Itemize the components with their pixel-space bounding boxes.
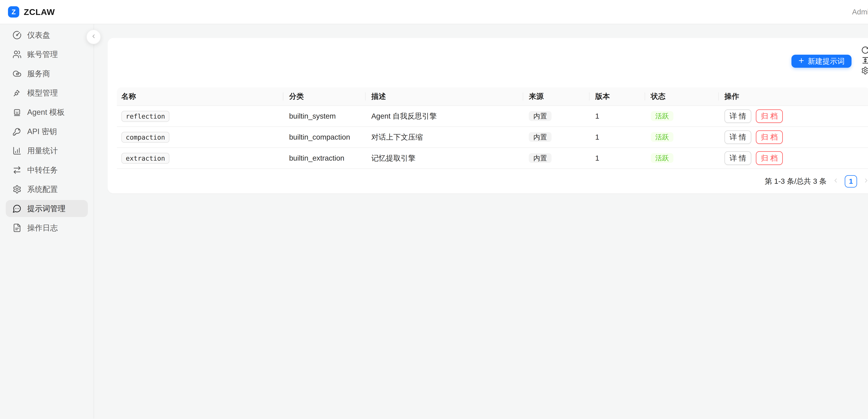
sidebar-item-label: 中转任务 xyxy=(27,165,58,175)
column-header-status: 状态 xyxy=(645,87,719,106)
column-height-button[interactable] xyxy=(861,56,868,66)
pagination-summary: 第 1-3 条/总共 3 条 xyxy=(765,176,827,186)
detail-button[interactable]: 详 情 xyxy=(724,110,751,123)
pagination-next-button[interactable] xyxy=(863,177,868,186)
gauge-icon xyxy=(12,31,22,39)
bar-chart-icon xyxy=(12,146,22,155)
detail-button[interactable]: 详 情 xyxy=(724,151,751,165)
sidebar-item-prompt-management[interactable]: 提示词管理 xyxy=(6,200,88,217)
column-header-category: 分类 xyxy=(283,87,366,106)
sidebar-item-system-config[interactable]: 系统配置 xyxy=(6,181,88,198)
cell-name: compaction xyxy=(117,127,283,148)
plus-icon xyxy=(798,57,804,65)
sidebar-item-models[interactable]: 模型管理 xyxy=(6,84,88,101)
sidebar-item-label: 服务商 xyxy=(27,68,50,79)
prompts-table: 名称分类描述来源版本状态操作 reflectionbuiltin_systemA… xyxy=(117,87,868,169)
sidebar-collapse-button[interactable] xyxy=(86,30,101,44)
status-badge: 活跃 xyxy=(651,153,674,163)
users-icon xyxy=(12,50,22,59)
archive-button[interactable]: 归 档 xyxy=(756,151,783,165)
sidebar-item-label: 提示词管理 xyxy=(27,204,65,214)
sidebar-item-operation-logs[interactable]: 操作日志 xyxy=(6,219,88,236)
status-badge: 活跃 xyxy=(651,132,674,142)
cell-name: reflection xyxy=(117,106,283,127)
sidebar: 仪表盘账号管理服务商模型管理Agent 模板API 密钥用量统计中转任务系统配置… xyxy=(0,24,94,418)
cell-actions: 详 情归 档 xyxy=(719,106,868,127)
chevron-left-icon xyxy=(832,177,839,186)
message-dots-icon xyxy=(12,204,22,213)
cell-description: 记忆提取引擎 xyxy=(366,148,523,169)
column-header-source: 来源 xyxy=(523,87,590,106)
key-icon xyxy=(12,127,22,136)
brand-logo-icon: Z xyxy=(8,6,19,18)
sidebar-item-label: 系统配置 xyxy=(27,184,58,194)
toolbar-icon-group xyxy=(851,46,868,77)
cell-version: 1 xyxy=(590,106,645,127)
app-shell: 仪表盘账号管理服务商模型管理Agent 模板API 密钥用量统计中转任务系统配置… xyxy=(0,24,868,418)
main-content: 新建提示词 名称分类描述来源版本状态操作 reflectionbuiltin_s… xyxy=(94,24,868,418)
new-prompt-button-label: 新建提示词 xyxy=(808,56,844,66)
source-tag: 内置 xyxy=(529,132,552,142)
swap-icon xyxy=(12,166,22,175)
archive-button[interactable]: 归 档 xyxy=(756,130,783,144)
table-card: 新建提示词 名称分类描述来源版本状态操作 reflectionbuiltin_s… xyxy=(107,38,868,193)
brand-name: ZCLAW xyxy=(24,7,55,17)
sidebar-item-label: 操作日志 xyxy=(27,223,58,233)
sidebar-item-label: 模型管理 xyxy=(27,88,58,98)
sidebar-item-api-keys[interactable]: API 密钥 xyxy=(6,123,88,140)
chevron-right-icon xyxy=(863,177,868,186)
prompt-name-tag: extraction xyxy=(121,153,169,164)
detail-button[interactable]: 详 情 xyxy=(724,130,751,144)
file-text-icon xyxy=(12,223,22,232)
table-toolbar: 新建提示词 xyxy=(117,46,868,77)
pagination-page-1[interactable]: 1 xyxy=(845,175,857,187)
column-height-icon xyxy=(861,56,868,66)
table-header-row: 名称分类描述来源版本状态操作 xyxy=(117,87,868,106)
table-row: reflectionbuiltin_systemAgent 自我反思引擎内置1活… xyxy=(117,106,868,127)
gear-icon xyxy=(12,185,22,194)
column-header-actions: 操作 xyxy=(719,87,868,106)
pagination: 第 1-3 条/总共 3 条 1 xyxy=(117,175,868,188)
sidebar-nav: 仪表盘账号管理服务商模型管理Agent 模板API 密钥用量统计中转任务系统配置… xyxy=(0,24,94,241)
new-prompt-button[interactable]: 新建提示词 xyxy=(792,55,851,68)
sidebar-item-label: 用量统计 xyxy=(27,146,58,156)
table-row: compactionbuiltin_compaction对话上下文压缩内置1活跃… xyxy=(117,127,868,148)
chevron-left-icon xyxy=(90,33,97,41)
sidebar-item-label: 账号管理 xyxy=(27,49,58,60)
refresh-icon xyxy=(861,46,868,56)
refresh-button[interactable] xyxy=(861,46,868,56)
sidebar-item-relay-tasks[interactable]: 中转任务 xyxy=(6,161,88,179)
pagination-prev-button[interactable] xyxy=(832,177,839,186)
column-header-version: 版本 xyxy=(590,87,645,106)
cell-description: Agent 自我反思引擎 xyxy=(366,106,523,127)
cloud-server-icon xyxy=(12,69,22,78)
cell-name: extraction xyxy=(117,148,283,169)
cell-category: builtin_system xyxy=(283,106,366,127)
cell-actions: 详 情归 档 xyxy=(719,127,868,148)
app: Z ZCLAW Admin 仪表盘账号管理服务商模型管理Agent 模板API … xyxy=(0,0,868,419)
cell-description: 对话上下文压缩 xyxy=(366,127,523,148)
status-badge: 活跃 xyxy=(651,111,674,121)
cell-source: 内置 xyxy=(523,148,590,169)
prompt-name-tag: compaction xyxy=(121,132,169,143)
source-tag: 内置 xyxy=(529,153,552,163)
sidebar-item-providers[interactable]: 服务商 xyxy=(6,65,88,82)
sidebar-item-usage-stats[interactable]: 用量统计 xyxy=(6,142,88,159)
sidebar-item-accounts[interactable]: 账号管理 xyxy=(6,46,88,63)
bot-icon xyxy=(12,108,22,117)
app-header: Z ZCLAW Admin xyxy=(0,0,868,24)
sidebar-item-agent-templates[interactable]: Agent 模板 xyxy=(6,104,88,121)
sidebar-item-dashboard[interactable]: 仪表盘 xyxy=(6,27,88,43)
settings-button[interactable] xyxy=(861,66,868,77)
cell-category: builtin_compaction xyxy=(283,127,366,148)
cell-status: 活跃 xyxy=(645,127,719,148)
cell-version: 1 xyxy=(590,127,645,148)
column-header-name: 名称 xyxy=(117,87,283,106)
cell-source: 内置 xyxy=(523,127,590,148)
brand-logo: Z ZCLAW xyxy=(8,6,55,18)
user-menu[interactable]: Admin xyxy=(852,8,868,16)
cell-status: 活跃 xyxy=(645,106,719,127)
sidebar-item-label: API 密钥 xyxy=(27,126,57,137)
archive-button[interactable]: 归 档 xyxy=(756,110,783,123)
gear-icon xyxy=(861,66,868,77)
